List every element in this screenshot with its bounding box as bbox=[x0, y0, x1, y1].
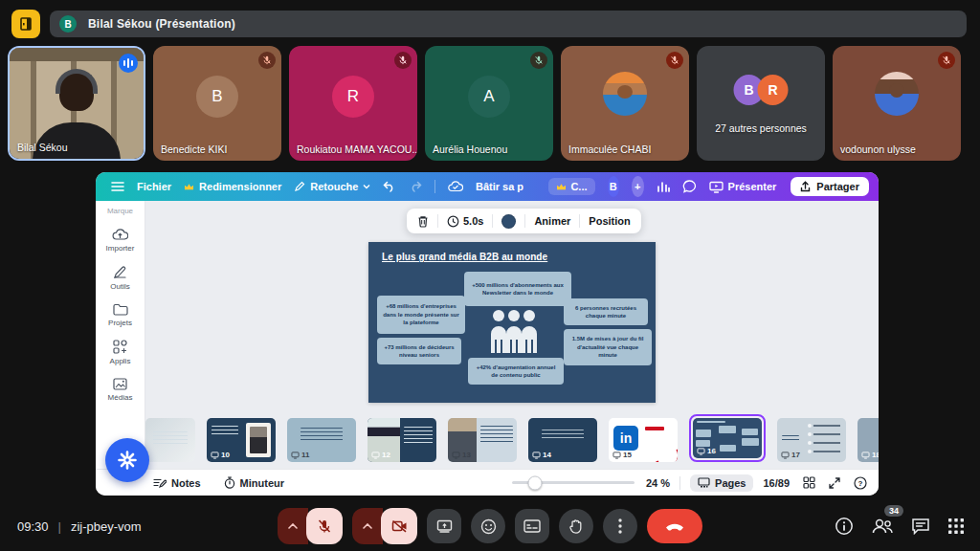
slide-thumbnail-linkedin[interactable]: in 15 bbox=[609, 418, 678, 462]
document-title[interactable]: Bâtir sa présen... bbox=[476, 181, 523, 192]
activities-grid-icon[interactable] bbox=[947, 518, 965, 535]
collaborator-avatar[interactable]: B bbox=[608, 176, 620, 197]
meeting-details-icon[interactable] bbox=[835, 517, 854, 536]
participant-tile-immaculee[interactable]: Immaculée CHABI bbox=[561, 46, 689, 161]
stat-box-entreprises[interactable]: +68 millions d'entreprises dans le monde… bbox=[377, 296, 465, 334]
sidebar-item-outils[interactable]: Outils bbox=[110, 265, 129, 291]
slide-thumbnail[interactable]: 11 bbox=[287, 418, 356, 462]
mic-off-icon bbox=[938, 52, 955, 69]
sidebar-item-medias[interactable]: Médias bbox=[108, 378, 133, 402]
stat-box-decideurs[interactable]: +73 millions de décideurs niveau seniors bbox=[377, 338, 461, 364]
menu-icon[interactable] bbox=[111, 181, 124, 192]
resize-button[interactable]: Redimensionner bbox=[184, 181, 281, 192]
fullscreen-icon[interactable] bbox=[829, 477, 840, 489]
crown-icon bbox=[184, 183, 194, 191]
share-button[interactable]: Partager bbox=[791, 177, 869, 196]
slide-thumbnail[interactable]: 18 bbox=[858, 418, 879, 462]
participant-count-badge: 34 bbox=[884, 505, 903, 517]
animate-button[interactable]: Animer bbox=[534, 215, 570, 227]
participant-name: vodounon ulysse bbox=[840, 143, 916, 155]
door-icon bbox=[18, 16, 33, 32]
mic-off-icon bbox=[666, 52, 683, 69]
avatar: R bbox=[332, 76, 374, 118]
color-swatch[interactable] bbox=[501, 214, 516, 229]
slide-canvas[interactable]: Le plus grand média B2B au monde +500 mi… bbox=[368, 242, 656, 403]
sidebar-item-importer[interactable]: Importer bbox=[106, 228, 135, 253]
camera-options-chevron[interactable] bbox=[352, 508, 383, 544]
position-button[interactable]: Position bbox=[589, 215, 630, 227]
redo-button[interactable] bbox=[409, 181, 422, 192]
pages-view-button[interactable]: Pages bbox=[690, 474, 753, 492]
media-image-icon bbox=[113, 378, 127, 390]
sidebar-item-marque[interactable]: Marque bbox=[107, 207, 133, 215]
participant-name: Aurélia Houenou bbox=[433, 143, 507, 155]
more-options-button[interactable] bbox=[603, 509, 637, 543]
slide-thumbnail[interactable]: 12 bbox=[368, 418, 436, 462]
grid-view-icon[interactable] bbox=[803, 476, 815, 489]
slide-title[interactable]: Le plus grand média B2B au monde bbox=[382, 252, 547, 262]
insights-chart-icon[interactable] bbox=[657, 181, 670, 193]
slide-thumbnail[interactable]: 17 bbox=[777, 418, 846, 462]
comment-icon[interactable] bbox=[682, 180, 697, 193]
slide-thumbnail-partial[interactable] bbox=[145, 418, 195, 462]
zoom-level[interactable]: 24 % bbox=[646, 477, 670, 489]
sidebar-item-projets[interactable]: Projets bbox=[108, 303, 132, 327]
stat-box-recrutees[interactable]: 6 personnes recrutées chaque minute bbox=[564, 298, 648, 325]
participant-tile-bilal[interactable]: Bilal Sékou bbox=[8, 46, 145, 161]
mic-off-icon bbox=[530, 52, 547, 69]
participant-tile-overflow[interactable]: B R 27 autres personnes bbox=[697, 46, 825, 161]
chat-panel-button[interactable] bbox=[911, 518, 930, 535]
help-icon[interactable]: ? bbox=[854, 476, 867, 490]
participant-tile-roukiatou[interactable]: R Roukiatou MAMA YACOU... bbox=[289, 46, 417, 161]
edit-menu[interactable]: Retouche bbox=[294, 181, 370, 192]
undo-button[interactable] bbox=[383, 181, 396, 192]
presentation-title-bar: B Bilal Sékou (Présentation) bbox=[50, 11, 967, 37]
participant-grid: Bilal Sékou B Benedicte KIKI R Roukiatou… bbox=[8, 46, 961, 161]
file-menu[interactable]: Fichier bbox=[137, 181, 171, 192]
mic-off-icon bbox=[258, 52, 276, 69]
meet-app-button[interactable] bbox=[11, 10, 40, 38]
svg-text:?: ? bbox=[858, 478, 863, 487]
sidebar-item-applis[interactable]: Applis bbox=[110, 340, 131, 365]
mic-off-button[interactable] bbox=[306, 508, 343, 544]
zoom-slider[interactable] bbox=[512, 481, 635, 484]
participant-tile-aurelia[interactable]: A Aurélia Houenou bbox=[425, 46, 553, 161]
slide-thumbnail-selected[interactable]: 16 bbox=[689, 414, 766, 462]
upload-cloud-icon bbox=[112, 228, 128, 241]
stat-box-contenu[interactable]: +42% d'augmentation annuel de contenu pu… bbox=[468, 358, 564, 385]
timer-button[interactable]: Minuteur bbox=[224, 476, 284, 489]
crown-icon bbox=[556, 183, 567, 191]
presentation-title: Bilal Sékou (Présentation) bbox=[88, 17, 235, 31]
leave-call-button[interactable] bbox=[647, 509, 702, 543]
add-collaborator-button[interactable]: + bbox=[632, 176, 644, 197]
slide-thumbnail[interactable]: 14 bbox=[528, 418, 597, 462]
people-group-icon[interactable] bbox=[486, 307, 542, 357]
reactions-button[interactable] bbox=[471, 509, 505, 543]
meeting-info: 09:30 | zij-pbey-vom bbox=[17, 519, 142, 534]
captions-button[interactable] bbox=[515, 509, 549, 543]
raise-hand-button[interactable] bbox=[559, 509, 593, 543]
delete-icon[interactable] bbox=[417, 215, 429, 228]
canva-statusbar: Notes Minuteur 24 % Pages 16/89 ? bbox=[96, 469, 879, 496]
pro-trial-pill[interactable]: C... bbox=[548, 178, 594, 195]
notes-button[interactable]: Notes bbox=[153, 477, 201, 489]
stat-box-newsletter[interactable]: +500 millions d'abonnements aux Newslett… bbox=[464, 272, 571, 306]
participant-name: Bilal Sékou bbox=[17, 142, 68, 153]
participants-panel-button[interactable]: 34 bbox=[871, 518, 894, 535]
mic-options-chevron[interactable] bbox=[278, 508, 308, 544]
duration-control[interactable]: 5.0s bbox=[447, 215, 483, 228]
audio-activity-indicator bbox=[119, 54, 138, 73]
participant-tile-vodounon[interactable]: vodounon ulysse bbox=[833, 46, 961, 161]
participant-tile-benedicte[interactable]: B Benedicte KIKI bbox=[153, 46, 281, 161]
slide-thumbnail[interactable]: 10 bbox=[207, 418, 276, 462]
mic-off-icon bbox=[394, 52, 412, 69]
meet-controls-bar: 09:30 | zij-pbey-vom 34 bbox=[0, 501, 980, 551]
camera-off-button[interactable] bbox=[381, 508, 417, 544]
stat-box-fil-actualite[interactable]: 1.5M de mises à jour du fil d'actualité … bbox=[564, 329, 652, 365]
present-now-button[interactable] bbox=[427, 509, 461, 543]
share-upload-icon bbox=[800, 181, 811, 192]
slide-thumbnail[interactable]: 13 bbox=[448, 418, 517, 462]
canva-assistant-button[interactable] bbox=[105, 438, 149, 482]
present-button[interactable]: Présenter bbox=[709, 181, 777, 193]
toolbar-divider bbox=[434, 180, 435, 193]
